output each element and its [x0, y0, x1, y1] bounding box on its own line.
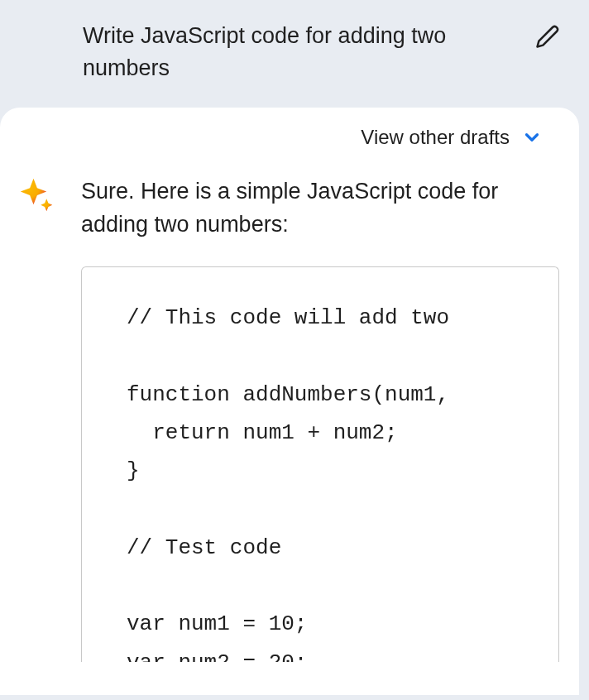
pencil-icon	[535, 24, 560, 49]
response-card: View other drafts Sure. Her	[0, 108, 579, 695]
view-drafts-label: View other drafts	[361, 126, 510, 149]
prompt-text: Write JavaScript code for adding two num…	[83, 20, 513, 84]
response-body: Sure. Here is a simple JavaScript code f…	[0, 154, 579, 662]
response-main: Sure. Here is a simple JavaScript code f…	[81, 175, 559, 662]
sparkle-icon	[19, 177, 54, 212]
view-drafts-button[interactable]: View other drafts	[0, 126, 579, 154]
response-intro-text: Sure. Here is a simple JavaScript code f…	[81, 175, 559, 242]
edit-prompt-button[interactable]	[529, 18, 566, 55]
chevron-down-icon	[521, 127, 543, 148]
code-block: // This code will add two function addNu…	[81, 266, 559, 662]
ai-avatar	[15, 175, 58, 212]
prompt-area: Write JavaScript code for adding two num…	[0, 0, 589, 108]
